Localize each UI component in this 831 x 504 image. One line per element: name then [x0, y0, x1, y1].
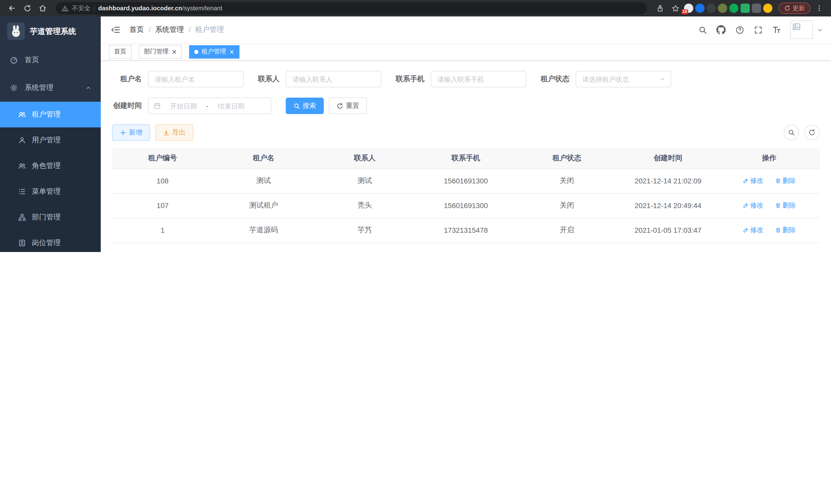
delete-link[interactable]: 删除 [775, 201, 796, 210]
col-tenant-id: 租户编号 [112, 148, 213, 169]
tab-label: 首页 [114, 47, 126, 56]
header-search-icon[interactable] [695, 22, 710, 37]
calendar-icon [154, 102, 161, 110]
tenant-status-select[interactable] [576, 71, 671, 87]
tab-tenant[interactable]: 租户管理 [189, 45, 239, 58]
sidebar-item-home[interactable]: 首页 [0, 46, 101, 74]
date-range-picker[interactable]: - [148, 98, 271, 114]
cell-create-time: 2021-12-14 21:02:09 [618, 169, 718, 193]
table-toolbar: 新增 导出 [112, 124, 820, 141]
cell-tenant-id: 1 [112, 218, 213, 242]
extension-icon-5[interactable] [729, 4, 739, 13]
extension-icon-7[interactable] [752, 4, 761, 13]
field-label: 联系手机 [396, 75, 425, 84]
search-button[interactable]: 搜索 [286, 98, 324, 114]
extension-badge: 10 [682, 9, 688, 14]
back-button[interactable] [5, 2, 19, 15]
extension-icon-3[interactable] [707, 4, 716, 13]
font-size-icon[interactable] [769, 22, 784, 37]
security-label: 不安全 [72, 4, 90, 12]
start-date-input[interactable] [164, 101, 203, 110]
page-url: dashboard.yudao.iocoder.cn/system/tenant [98, 5, 222, 12]
extension-icon-1[interactable]: 10 [684, 4, 693, 13]
tenant-status-select-input[interactable] [581, 75, 656, 84]
extension-icon-2[interactable] [695, 4, 705, 13]
cell-actions: 修改 删除 [718, 169, 820, 193]
sidebar-item-dept[interactable]: 部门管理 [0, 205, 101, 230]
gear-icon [9, 84, 19, 92]
table-row: 108 测试 测试 15601691300 关闭 2021-12-14 21:0… [112, 169, 820, 193]
sidebar-item-label: 用户管理 [32, 136, 61, 145]
sidebar-item-label: 菜单管理 [32, 187, 61, 196]
url-path: /system/tenant [182, 5, 222, 12]
add-button[interactable]: 新增 [112, 124, 150, 141]
caret-down-icon[interactable] [817, 27, 823, 33]
sidebar-item-label: 角色管理 [32, 161, 61, 171]
edit-link[interactable]: 修改 [742, 176, 764, 185]
close-icon[interactable] [229, 49, 234, 54]
fullscreen-icon[interactable] [750, 22, 766, 37]
extension-icon-8[interactable] [763, 4, 772, 13]
sidebar-item-label: 系统管理 [25, 83, 53, 92]
sidebar-item-label: 租户管理 [32, 110, 61, 119]
address-bar[interactable]: 不安全 dashboard.yudao.iocoder.cn/system/te… [56, 2, 647, 14]
close-icon[interactable] [172, 49, 177, 54]
delete-link[interactable]: 删除 [775, 226, 796, 235]
breadcrumb-home[interactable]: 首页 [130, 25, 144, 34]
toggle-search-button[interactable] [784, 125, 799, 140]
edit-link[interactable]: 修改 [742, 226, 764, 235]
extension-icon-4[interactable] [718, 4, 727, 13]
field-label: 租户状态 [541, 75, 569, 84]
cell-actions: 修改 删除 [718, 193, 820, 218]
chevron-down-icon [659, 76, 665, 82]
tenant-name-input[interactable] [154, 75, 238, 84]
app-logo[interactable]: 芋道管理系统 [0, 17, 101, 46]
edit-link[interactable]: 修改 [742, 201, 764, 210]
col-status: 租户状态 [516, 148, 618, 169]
browser-chrome: 不安全 dashboard.yudao.iocoder.cn/system/te… [0, 0, 831, 17]
sidebar-menu: 首页 系统管理 租户管理 [0, 46, 101, 252]
sidebar-item-user[interactable]: 用户管理 [0, 127, 101, 153]
reload-button[interactable] [21, 2, 34, 15]
contact-name-input[interactable] [291, 75, 376, 84]
tab-dept[interactable]: 部门管理 [139, 45, 182, 58]
share-icon[interactable] [653, 2, 666, 15]
tenant-table: 租户编号 租户名 联系人 联系手机 租户状态 创建时间 操作 108 测试 [112, 148, 820, 243]
delete-link[interactable]: 删除 [775, 176, 796, 185]
sidebar-fold-icon[interactable] [109, 23, 122, 36]
sidebar-item-label: 首页 [25, 56, 39, 65]
end-date-input[interactable] [211, 101, 251, 110]
chrome-update-button[interactable]: 更新 [779, 3, 810, 14]
sidebar-item-menu-mgmt[interactable]: 菜单管理 [0, 179, 101, 205]
sidebar-item-post[interactable]: 岗位管理 [0, 230, 101, 252]
col-contact: 联系人 [314, 148, 415, 169]
sidebar-item-tenant[interactable]: 租户管理 [0, 102, 101, 127]
filter-row-1: 租户名 联系人 联系手机 [112, 71, 820, 87]
sidebar-item-role[interactable]: 角色管理 [0, 153, 101, 179]
reset-button[interactable]: 重置 [329, 98, 367, 114]
extension-icon-6[interactable] [741, 4, 750, 13]
tab-label: 部门管理 [144, 47, 169, 56]
cell-mobile: 15601691300 [415, 193, 516, 218]
browser-menu-icon[interactable] [812, 2, 826, 15]
contact-mobile-input[interactable] [436, 75, 521, 84]
sidebar-item-label: 岗位管理 [32, 238, 61, 248]
tenant-users-icon [18, 111, 27, 119]
github-icon[interactable] [713, 22, 729, 37]
export-button[interactable]: 导出 [155, 124, 193, 141]
avatar[interactable] [791, 21, 813, 39]
warning-icon [62, 5, 68, 11]
breadcrumb-system[interactable]: 系统管理 [155, 25, 184, 34]
refresh-button[interactable] [804, 125, 820, 140]
tab-home[interactable]: 首页 [109, 45, 132, 58]
omnibox-divider [94, 5, 94, 11]
filter-row-2: 创建时间 - 搜索 [112, 98, 820, 114]
bookmark-star-icon[interactable] [668, 2, 682, 15]
cell-create-time: 2021-01-05 17:03:47 [618, 218, 718, 242]
table-tools [784, 125, 820, 140]
help-icon[interactable] [732, 22, 747, 37]
breadcrumb-separator: / [189, 26, 191, 34]
home-button[interactable] [36, 2, 49, 15]
sidebar-item-system[interactable]: 系统管理 [0, 74, 101, 102]
cell-tenant-id: 108 [112, 169, 213, 193]
